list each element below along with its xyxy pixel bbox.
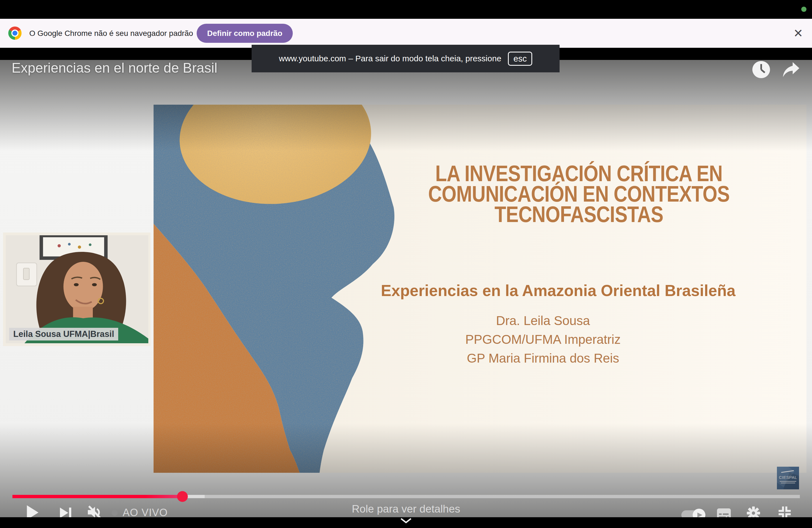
default-browser-message: O Google Chrome não é seu navegador padr…: [29, 19, 193, 48]
chrome-logo-icon: [8, 27, 21, 40]
share-icon[interactable]: [782, 62, 800, 77]
chevron-down-icon[interactable]: [400, 517, 412, 524]
slide-title-line: LA INVESTIGACIÓN CRÍTICA EN: [410, 163, 748, 184]
status-green-dot: [801, 6, 807, 12]
scrubber-handle[interactable]: [177, 491, 188, 502]
fullscreen-exit-toast: www.youtube.com – Para sair do modo tela…: [251, 45, 560, 72]
credit-line: PPGCOM/UFMA Imperatriz: [344, 330, 742, 349]
watch-later-icon[interactable]: [752, 60, 771, 79]
credit-line: Dra. Leila Sousa: [344, 311, 742, 330]
video-title: Experiencias en el norte de Brasil: [12, 60, 217, 76]
set-default-button[interactable]: Definir como padrão: [197, 24, 293, 43]
speaker-name-label: Leila Sousa UFMA|Brasil: [9, 328, 118, 340]
presentation-slide: LA INVESTIGACIÓN CRÍTICA EN COMUNICACIÓN…: [154, 105, 807, 473]
video-player[interactable]: LA INVESTIGACIÓN CRÍTICA EN COMUNICACIÓN…: [0, 60, 812, 517]
speaker-webcam: Leila Sousa UFMA|Brasil: [3, 233, 150, 346]
slide-credits: Dra. Leila Sousa PPGCOM/UFMA Imperatriz …: [344, 311, 742, 368]
logo-underline: [781, 483, 795, 483]
progress-played: [12, 495, 183, 498]
screen: O Google Chrome não é seu navegador padr…: [0, 0, 812, 528]
esc-key: esc: [508, 52, 532, 66]
slide-title-line: TECNOFASCISTAS: [410, 204, 748, 224]
webcam-photo: [6, 235, 148, 343]
toast-message: www.youtube.com – Para sair do modo tela…: [279, 54, 501, 63]
close-icon[interactable]: ✕: [789, 19, 807, 48]
chrome-default-browser-bar: O Google Chrome não é seu navegador padr…: [0, 19, 812, 48]
logo-underline: [780, 481, 796, 482]
logo-text: CIESPAL: [777, 475, 799, 480]
ciespal-logo: CIESPAL: [777, 467, 799, 489]
slide-subtitle: Experiencias en la Amazonia Oriental Bra…: [333, 281, 783, 299]
slide-title: LA INVESTIGACIÓN CRÍTICA EN COMUNICACIÓN…: [377, 163, 781, 224]
credit-line: GP Maria Firmina dos Reis: [344, 349, 742, 368]
slide-title-line: COMUNICACIÓN EN CONTEXTOS: [410, 184, 748, 204]
progress-bar[interactable]: [12, 495, 800, 498]
